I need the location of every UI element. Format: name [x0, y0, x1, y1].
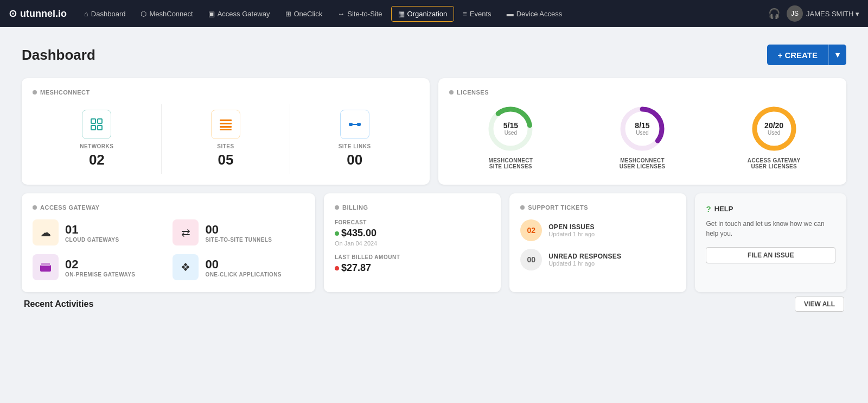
logo-icon: ⊙ — [9, 8, 17, 20]
meshconnect-dot — [33, 90, 37, 95]
license-access-gateway-user: 20/20 Used ACCESS GATEWAY USER LICENSES — [747, 104, 801, 169]
donut-center-meshconnect-site: 5/15 Used — [503, 122, 518, 136]
donut-center-meshconnect-user: 8/15 Used — [635, 122, 649, 136]
bottom-cards-row: ACCESS GATEWAY ☁ 01 CLOUD GATEWAYS ⇄ 00 … — [22, 193, 846, 292]
dashboard-icon: ⌂ — [84, 10, 88, 18]
on-premise-gateways-icon — [33, 254, 59, 280]
billing-card: BILLING FORECAST $435.00 On Jan 04 2024 … — [324, 193, 501, 292]
nav-item-access-gateway[interactable]: ▣ Access Gateway — [202, 7, 277, 21]
navbar: ⊙ utunnel.io ⌂ Dashboard ⬡ MeshConnect ▣… — [0, 0, 868, 27]
svg-rect-3 — [98, 125, 102, 130]
events-icon: ≡ — [463, 10, 467, 18]
headset-icon[interactable]: 🎧 — [768, 8, 780, 20]
sites-icon — [218, 117, 233, 132]
forecast-dot — [335, 231, 339, 236]
licenses-card: LICENSES 5/15 Used MESHCONNECT SIT — [438, 78, 846, 185]
view-all-button[interactable]: VIEW ALL — [795, 297, 844, 312]
on-premise-icon — [39, 261, 52, 274]
oneclick-icon: ⊞ — [285, 10, 291, 18]
access-gateway-icon: ▣ — [208, 10, 215, 18]
svg-rect-1 — [98, 119, 102, 123]
avatar: JS — [787, 5, 803, 22]
networks-icon — [89, 117, 104, 132]
svg-rect-7 — [220, 129, 232, 130]
support-card: SUPPORT TICKETS 02 OPEN ISSUES Updated 1… — [509, 193, 686, 292]
svg-rect-6 — [220, 126, 232, 128]
sites-icon-box — [211, 110, 240, 139]
organization-icon: ▦ — [398, 10, 405, 18]
licenses-section-header: LICENSES — [449, 89, 835, 96]
nav-item-site-to-site[interactable]: ↔ Site-to-Site — [331, 7, 388, 21]
cloud-gateways-icon: ☁ — [33, 219, 59, 245]
billing-section-header: BILLING — [335, 204, 490, 211]
create-button[interactable]: + CREATE ▾ — [767, 45, 846, 65]
cloud-gateways-info: 01 CLOUD GATEWAYS — [65, 223, 119, 243]
svg-rect-0 — [91, 119, 95, 123]
svg-rect-18 — [41, 263, 50, 266]
device-access-icon: ▬ — [507, 10, 514, 18]
ag-cloud-gateways: ☁ 01 CLOUD GATEWAYS — [33, 219, 164, 245]
help-title: ? HELP — [706, 204, 835, 213]
site-to-site-tunnels-icon: ⇄ — [173, 219, 199, 245]
unread-responses-badge: 00 — [520, 249, 542, 270]
ag-on-premise-gateways: 02 ON-PREMISE GATEWAYS — [33, 254, 164, 280]
support-open-issues: 02 OPEN ISSUES Updated 1 hr ago — [520, 219, 675, 241]
help-icon: ? — [706, 204, 711, 213]
nav-item-device-access[interactable]: ▬ Device Access — [500, 7, 569, 21]
meshconnect-icon: ⬡ — [141, 10, 146, 18]
site-to-site-icon: ↔ — [337, 10, 344, 18]
recent-activities-header: Recent Activities VIEW ALL — [22, 297, 846, 312]
billing-forecast: FORECAST $435.00 On Jan 04 2024 — [335, 219, 490, 247]
nav-right: 🎧 JS JAMES SMITH ▾ — [768, 5, 859, 22]
svg-rect-9 — [357, 123, 361, 126]
meshconnect-stats: NETWORKS 02 SITES 05 — [33, 104, 419, 174]
svg-rect-4 — [220, 119, 232, 121]
support-unread-responses: 00 UNREAD RESPONSES Updated 1 hr ago — [520, 249, 675, 270]
site-links-stat: SITE LINKS 00 — [290, 104, 419, 174]
open-issues-badge: 02 — [520, 219, 542, 241]
user-menu[interactable]: JS JAMES SMITH ▾ — [787, 5, 859, 22]
meshconnect-section-header: MESHCONNECT — [33, 89, 419, 96]
donut-center-access-gateway-user: 20/20 Used — [764, 122, 783, 136]
create-button-label: + CREATE — [767, 45, 828, 65]
sites-stat: SITES 05 — [162, 104, 291, 174]
user-name: JAMES SMITH ▾ — [806, 10, 859, 18]
license-meshconnect-user: 8/15 Used MESHCONNECT USER LICENSES — [615, 104, 669, 169]
svg-rect-8 — [349, 123, 353, 126]
oneclick-apps-info: 00 ONE-CLICK APPLICATIONS — [205, 257, 281, 278]
licenses-row: 5/15 Used MESHCONNECT SITE LICENSES 8/1 — [449, 104, 835, 169]
unread-responses-info: UNREAD RESPONSES Updated 1 hr ago — [548, 253, 621, 267]
brand-name: utunnel.io — [20, 8, 67, 20]
help-body: Get in touch and let us know how we can … — [706, 219, 835, 238]
file-issue-button[interactable]: FILE AN ISSUE — [706, 247, 835, 263]
on-premise-gateways-info: 02 ON-PREMISE GATEWAYS — [65, 257, 135, 278]
donut-meshconnect-user: 8/15 Used — [618, 104, 667, 153]
svg-rect-2 — [91, 125, 95, 130]
open-issues-info: OPEN ISSUES Updated 1 hr ago — [548, 223, 595, 237]
access-gateway-section-header: ACCESS GATEWAY — [33, 204, 304, 211]
help-card: ? HELP Get in touch and let us know how … — [695, 193, 846, 292]
brand-logo[interactable]: ⊙ utunnel.io — [9, 8, 67, 20]
license-meshconnect-site: 5/15 Used MESHCONNECT SITE LICENSES — [483, 104, 538, 169]
licenses-dot — [449, 90, 454, 95]
page-header: Dashboard + CREATE ▾ — [22, 45, 846, 65]
create-button-arrow: ▾ — [828, 45, 846, 65]
nav-item-organization[interactable]: ▦ Organization — [391, 6, 455, 22]
top-cards-row: MESHCONNECT NETWORKS 02 — [22, 78, 846, 185]
site-to-site-tunnels-info: 00 SITE-TO-SITE TUNNELS — [205, 223, 272, 243]
ag-site-to-site-tunnels: ⇄ 00 SITE-TO-SITE TUNNELS — [173, 219, 304, 245]
access-gateway-card: ACCESS GATEWAY ☁ 01 CLOUD GATEWAYS ⇄ 00 … — [22, 193, 315, 292]
billing-dot — [335, 205, 339, 210]
donut-access-gateway-user: 20/20 Used — [750, 104, 799, 153]
site-links-icon-box — [340, 110, 369, 139]
nav-item-oneclick[interactable]: ⊞ OneClick — [279, 7, 329, 21]
access-gateway-grid: ☁ 01 CLOUD GATEWAYS ⇄ 00 SITE-TO-SITE TU… — [33, 219, 304, 280]
svg-rect-10 — [353, 124, 357, 125]
nav-item-dashboard[interactable]: ⌂ Dashboard — [78, 7, 132, 21]
recent-activities-title: Recent Activities — [24, 299, 93, 309]
nav-item-meshconnect[interactable]: ⬡ MeshConnect — [134, 7, 199, 21]
nav-item-events[interactable]: ≡ Events — [456, 7, 497, 21]
oneclick-apps-icon: ❖ — [173, 254, 199, 280]
ag-oneclick-apps: ❖ 00 ONE-CLICK APPLICATIONS — [173, 254, 304, 280]
last-billed-dot — [335, 266, 339, 270]
